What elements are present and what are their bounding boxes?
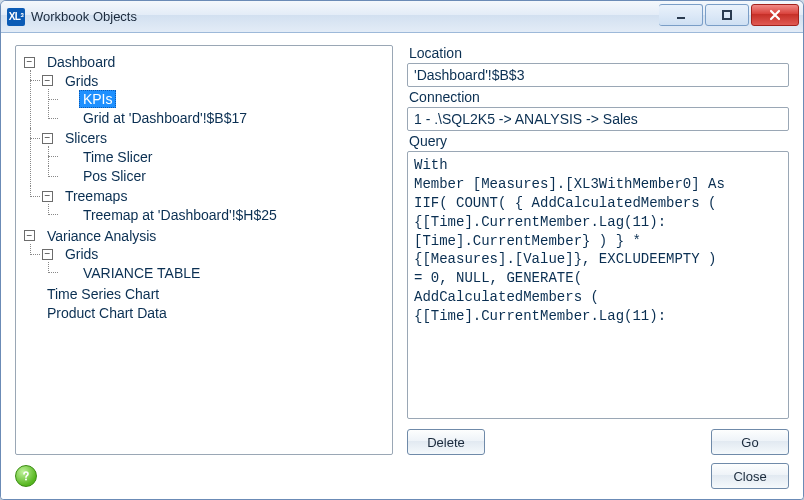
details-panel: Location 'Dashboard'!$B$3 Connection 1 -…: [407, 45, 789, 455]
delete-button[interactable]: Delete: [407, 429, 485, 455]
tree-toggle[interactable]: −: [24, 57, 35, 68]
svg-rect-0: [677, 17, 685, 19]
minimize-icon: [674, 8, 688, 22]
dialog-body: − Dashboard − Grids: [1, 33, 803, 499]
tree-item-dashboard[interactable]: Dashboard: [43, 53, 120, 71]
tree-item-treemap-h25[interactable]: Treemap at 'Dashboard'!$H$25: [79, 206, 281, 224]
tree-toggle[interactable]: −: [42, 75, 53, 86]
titlebar[interactable]: XL³ Workbook Objects: [1, 1, 803, 33]
svg-point-3: [25, 479, 27, 481]
maximize-button[interactable]: [705, 4, 749, 26]
close-icon: [767, 8, 783, 22]
connection-field[interactable]: 1 - .\SQL2K5 -> ANALYSIS -> Sales: [407, 107, 789, 131]
tree-toggle[interactable]: −: [24, 230, 35, 241]
action-buttons: Delete Go: [407, 421, 789, 455]
location-field[interactable]: 'Dashboard'!$B$3: [407, 63, 789, 87]
tree-item-variance-grids[interactable]: Grids: [61, 245, 102, 263]
tree-toggle[interactable]: −: [42, 249, 53, 260]
help-button[interactable]: [15, 465, 37, 487]
window-title: Workbook Objects: [31, 9, 137, 24]
go-button[interactable]: Go: [711, 429, 789, 455]
help-icon: [19, 469, 33, 483]
tree-item-treemaps[interactable]: Treemaps: [61, 187, 132, 205]
tree-item-product-chart-data[interactable]: Product Chart Data: [43, 304, 171, 322]
query-label: Query: [407, 133, 789, 149]
workbook-objects-dialog: XL³ Workbook Objects − Dashb: [0, 0, 804, 500]
tree-item-time-slicer[interactable]: Time Slicer: [79, 148, 157, 166]
tree-item-grids[interactable]: Grids: [61, 72, 102, 90]
tree-item-slicers[interactable]: Slicers: [61, 129, 111, 147]
tree-item-variance-analysis[interactable]: Variance Analysis: [43, 227, 160, 245]
tree-item-variance-table[interactable]: VARIANCE TABLE: [79, 264, 204, 282]
tree-item-time-series-chart[interactable]: Time Series Chart: [43, 285, 163, 303]
dialog-footer: Close: [15, 461, 789, 489]
object-tree[interactable]: − Dashboard − Grids: [15, 45, 393, 455]
tree-toggle[interactable]: −: [42, 133, 53, 144]
query-field[interactable]: With Member [Measures].[XL3WithMember0] …: [407, 151, 789, 419]
close-window-button[interactable]: [751, 4, 799, 26]
close-button[interactable]: Close: [711, 463, 789, 489]
tree-toggle[interactable]: −: [42, 191, 53, 202]
tree-item-pos-slicer[interactable]: Pos Slicer: [79, 167, 150, 185]
app-icon: XL³: [7, 8, 25, 26]
connection-label: Connection: [407, 89, 789, 105]
tree-item-grid-b17[interactable]: Grid at 'Dashboard'!$B$17: [79, 109, 251, 127]
window-controls: [657, 1, 803, 32]
location-label: Location: [407, 45, 789, 61]
maximize-icon: [720, 8, 734, 22]
tree-item-kpis[interactable]: KPIs: [79, 90, 117, 108]
svg-rect-1: [723, 11, 731, 19]
minimize-button[interactable]: [659, 4, 703, 26]
